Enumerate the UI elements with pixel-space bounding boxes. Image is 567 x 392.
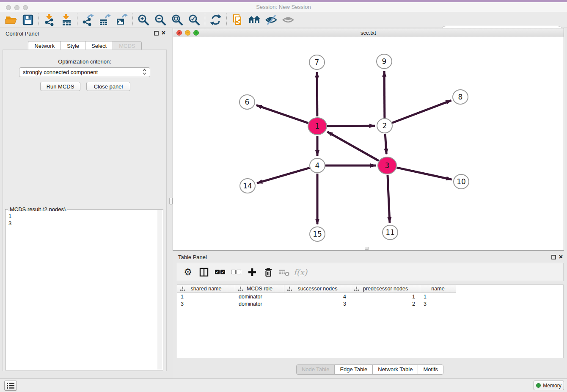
edge-1-2[interactable] bbox=[327, 126, 375, 126]
delete-table-button[interactable] bbox=[277, 265, 292, 279]
table-header: shared nameMCDS rolesuccessor nodesprede… bbox=[177, 285, 563, 293]
edge-3-10[interactable] bbox=[396, 168, 451, 179]
task-history-button[interactable] bbox=[4, 381, 17, 391]
dropdown-stepper-icon bbox=[143, 69, 146, 76]
close-panel-icon[interactable]: × bbox=[162, 30, 165, 36]
close-table-panel-icon[interactable]: × bbox=[559, 254, 563, 260]
toolbar-separator bbox=[39, 14, 39, 26]
clone-network-icon bbox=[231, 14, 244, 26]
node-label-8: 8 bbox=[458, 93, 463, 101]
node-table: shared nameMCDS rolesuccessor nodesprede… bbox=[177, 284, 564, 358]
result-scrollbar[interactable] bbox=[157, 210, 162, 370]
node-label-9: 9 bbox=[382, 57, 387, 66]
table-cell: 3 bbox=[284, 301, 351, 307]
network-canvas[interactable]: 1234678910111415 bbox=[173, 37, 564, 250]
tab-node-table[interactable]: Node Table bbox=[296, 364, 335, 375]
edge-3-11[interactable] bbox=[388, 175, 390, 223]
delete-table-icon bbox=[279, 267, 290, 277]
edge-3-1[interactable] bbox=[328, 132, 379, 160]
column-label: successor nodes bbox=[298, 286, 338, 292]
clone-network-button[interactable] bbox=[229, 13, 246, 27]
fit-content-button[interactable] bbox=[169, 13, 186, 27]
export-image-button[interactable] bbox=[113, 13, 130, 27]
column-header-mcds-role[interactable]: MCDS role bbox=[235, 285, 284, 293]
zoom-in-button[interactable] bbox=[135, 13, 152, 27]
node-label-4: 4 bbox=[315, 161, 320, 170]
float-table-panel-icon[interactable] bbox=[551, 255, 556, 259]
criterion-dropdown[interactable]: strongly connected component bbox=[19, 67, 150, 77]
memory-label: Memory bbox=[543, 383, 561, 389]
column-header-predecessor-nodes[interactable]: predecessor nodes bbox=[351, 285, 420, 293]
refresh-button[interactable] bbox=[207, 13, 224, 27]
import-network-icon bbox=[43, 14, 56, 26]
optimization-criterion-label: Optimization criterion: bbox=[3, 58, 166, 65]
tab-motifs[interactable]: Motifs bbox=[418, 364, 443, 375]
network-window-titlebar[interactable]: × − + scc.txt bbox=[173, 28, 564, 37]
first-neighbors-button[interactable] bbox=[246, 13, 263, 27]
table-cell: 1 bbox=[351, 294, 420, 300]
zoom-selected-button[interactable] bbox=[186, 13, 203, 27]
column-header-shared-name[interactable]: shared name bbox=[177, 285, 235, 293]
export-network-button[interactable] bbox=[80, 13, 96, 27]
edge-4-14[interactable] bbox=[257, 168, 310, 183]
import-network-button[interactable] bbox=[41, 13, 58, 27]
select-all-button[interactable]: ✓✓ bbox=[213, 265, 227, 279]
memory-button[interactable]: Memory bbox=[534, 381, 564, 390]
function-builder-button[interactable]: f(x) bbox=[293, 265, 308, 279]
node-label-1: 1 bbox=[315, 122, 320, 130]
show-column-panel-button[interactable] bbox=[197, 265, 211, 279]
table-panel: Table Panel × ⚙ ✓✓ bbox=[173, 251, 567, 378]
session-title: Session: New Session bbox=[0, 4, 567, 10]
mcds-result-list[interactable]: 13 bbox=[6, 211, 157, 370]
add-column-button[interactable] bbox=[245, 265, 259, 279]
refresh-icon bbox=[209, 14, 222, 26]
plus-icon bbox=[247, 267, 257, 277]
show-all-button[interactable] bbox=[280, 13, 297, 27]
save-session-button[interactable] bbox=[19, 13, 36, 27]
column-header-successor-nodes[interactable]: successor nodes bbox=[284, 285, 351, 293]
titlebar: Session: New Session bbox=[0, 2, 567, 12]
delete-column-button[interactable] bbox=[261, 265, 275, 279]
run-mcds-button[interactable]: Run MCDS bbox=[40, 82, 80, 91]
column-hierarchy-icon bbox=[238, 287, 243, 291]
table-cell: 3 bbox=[177, 301, 235, 307]
column-hierarchy-icon bbox=[180, 287, 185, 291]
tab-network-table[interactable]: Network Table bbox=[372, 364, 418, 375]
float-panel-icon[interactable] bbox=[154, 31, 159, 36]
zoom-out-button[interactable] bbox=[152, 13, 169, 27]
export-table-button[interactable] bbox=[96, 13, 113, 27]
export-image-icon bbox=[116, 14, 128, 26]
zoom-selected-icon bbox=[188, 14, 201, 26]
edge-2-3[interactable] bbox=[385, 134, 386, 154]
close-panel-button[interactable]: Close panel bbox=[86, 82, 130, 91]
tab-edge-table[interactable]: Edge Table bbox=[334, 364, 373, 375]
gear-icon: ⚙ bbox=[184, 268, 192, 277]
splitter-grip[interactable] bbox=[169, 198, 173, 204]
table-options-button[interactable]: ⚙ bbox=[181, 265, 195, 279]
node-label-15: 15 bbox=[313, 230, 322, 238]
column-header-name[interactable]: name bbox=[420, 285, 456, 293]
criterion-value: strongly connected component bbox=[23, 69, 98, 75]
table-cell: 2 bbox=[351, 301, 420, 307]
toolbar-separator bbox=[205, 14, 205, 26]
network-resize-grip[interactable] bbox=[365, 247, 369, 250]
table-panel-title: Table Panel bbox=[178, 254, 207, 260]
toolbar-separator bbox=[77, 14, 77, 26]
deselect-all-button[interactable] bbox=[229, 265, 243, 279]
save-icon bbox=[22, 14, 34, 26]
table-body: 1dominator4113dominator323 bbox=[177, 293, 563, 307]
table-row[interactable]: 1dominator411 bbox=[177, 293, 563, 300]
edge-2-8[interactable] bbox=[392, 100, 451, 123]
import-table-button[interactable] bbox=[58, 13, 75, 27]
result-line: 3 bbox=[8, 220, 157, 227]
table-cell: dominator bbox=[235, 294, 284, 300]
hide-selected-button[interactable] bbox=[263, 13, 280, 27]
edge-1-7[interactable] bbox=[317, 72, 317, 116]
fx-icon: f(x) bbox=[294, 268, 308, 277]
open-session-button[interactable] bbox=[3, 13, 19, 27]
trash-icon bbox=[263, 267, 273, 277]
edge-1-6[interactable] bbox=[256, 105, 308, 123]
table-row[interactable]: 3dominator323 bbox=[177, 300, 563, 307]
toolbar-separator bbox=[132, 14, 133, 26]
edge-2-9[interactable] bbox=[384, 71, 385, 118]
